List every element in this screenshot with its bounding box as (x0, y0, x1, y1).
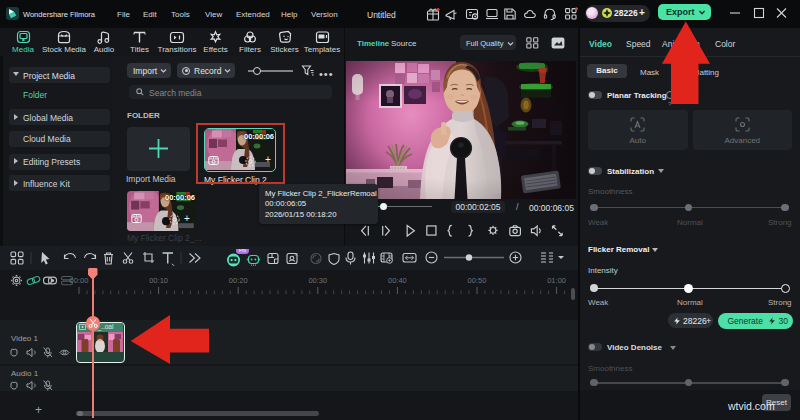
svg-text:00:10: 00:10 (149, 276, 168, 285)
svg-text:00:50: 00:50 (468, 276, 487, 285)
svg-text:00:20: 00:20 (229, 276, 248, 285)
svg-text:00:00: 00:00 (70, 276, 89, 285)
svg-text:00:40: 00:40 (388, 276, 407, 285)
svg-text:01:00: 01:00 (547, 276, 566, 285)
svg-text:00:30: 00:30 (308, 276, 327, 285)
svg-text:Pro: Pro (239, 249, 247, 253)
